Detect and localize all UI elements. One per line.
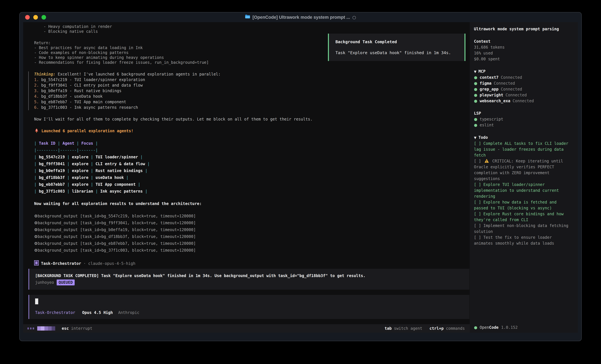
- gear-icon: ⚙: [34, 248, 38, 253]
- checkbox: [ ]: [474, 182, 483, 187]
- tool-calls-line: ⚙background_output [task_id=bg_eb87ebb7,…: [34, 240, 465, 247]
- tool-calls-line: ⚙background_output [task_id=bg_df18bb3f,…: [34, 233, 465, 240]
- app-content: - Heavy computation in render - Blocking…: [23, 22, 578, 333]
- checkbox: [ ]: [474, 223, 483, 228]
- mcp-list: ●context7Connected●figmaConnected●grep_a…: [474, 75, 571, 104]
- input-line[interactable]: [35, 298, 463, 306]
- active-agent-label[interactable]: Task-Orchestrator: [35, 310, 75, 315]
- todo-item: [ ] Complete ALL tasks to fix CLI loader…: [474, 141, 571, 158]
- mcp-item: ●websearch_exaConnected: [474, 98, 571, 104]
- active-model-label[interactable]: Opus 4.5 High: [82, 310, 113, 315]
- tool-output-tail: - Heavy computation in render - Blocking…: [34, 24, 465, 34]
- status-dot-icon: ●: [474, 87, 477, 92]
- lsp-heading: LSP: [474, 110, 571, 116]
- toast-body: Task "Explore useData hook" finished in …: [335, 50, 458, 55]
- queued-badge: QUEUED: [57, 279, 75, 285]
- todo-item: [ ] CRITICAL: Keep iterating until Oracl…: [474, 158, 571, 182]
- thinking-line: 5. bg_eb87ebb7 - TUI App main component: [34, 99, 465, 105]
- mcp-item: ●figmaConnected: [474, 80, 571, 86]
- arch-note-line: Now waiting for all exploration results …: [34, 201, 465, 206]
- thinking-line: 2. bg_f9ff3041 - CLI entry point and dat…: [34, 83, 465, 88]
- status-dot-icon: ●: [474, 75, 477, 80]
- status-dot-icon: ●: [474, 93, 477, 97]
- gear-icon: ⚙: [34, 241, 38, 246]
- shortcut-switch-agent[interactable]: tab switch agent: [385, 326, 422, 331]
- agent-attribution-line: Task-Orchestrator · claude-opus-4-5-high: [34, 260, 465, 266]
- progress-circle-icon: ○: [352, 15, 356, 20]
- rocket-icon: [34, 129, 39, 133]
- wait-note: Now I'll wait for all of them to complet…: [34, 117, 465, 122]
- thinking-line: 3. bg_b0effa19 - Rust native bindings: [34, 88, 465, 94]
- arch-note: Now waiting for all exploration results …: [34, 201, 465, 206]
- mcp-section: ▼MCP ●context7Connected●figmaConnected●g…: [474, 68, 571, 104]
- provider-label: Anthropic: [118, 310, 139, 315]
- announcement-line: Launched 6 parallel exploration agents!: [34, 128, 465, 134]
- chevron-down-icon: ▼: [474, 70, 476, 74]
- warning-icon: [483, 159, 492, 163]
- status-bar: esc interrupt tab switch agent ctrl+p co…: [23, 324, 470, 333]
- table-row: | bg_37f1c003 | librarian | Ink async pa…: [34, 188, 465, 195]
- lsp-item: ●typescript: [474, 116, 571, 122]
- prompt-input[interactable]: Task-Orchestrator Opus 4.5 High Anthropi…: [29, 295, 469, 319]
- desktop: [OpenCode] Ultrawork mode system prompt …: [0, 0, 601, 364]
- wait-note-line: Now I'll wait for all of them to complet…: [34, 117, 465, 122]
- todo-item: [ ] Explore TUI loader/spinner implement…: [474, 182, 571, 199]
- status-dot-icon: ●: [474, 117, 477, 122]
- todo-list: [ ] Complete ALL tasks to fix CLI loader…: [474, 141, 571, 246]
- shortcut-interrupt[interactable]: esc interrupt: [62, 326, 92, 331]
- lsp-list: ●typescript●eslint: [474, 116, 571, 128]
- todo-heading[interactable]: ▼Todo: [474, 134, 571, 141]
- table-row: | bg_df18bb3f | explore | useData hook |: [34, 174, 465, 181]
- shortcut-commands[interactable]: ctrl+p commands: [430, 326, 465, 331]
- todo-item: [ ] Implement non-blocking data fetching…: [474, 223, 571, 235]
- session-title: Ultrawork mode system prompt parsing: [474, 26, 571, 32]
- table-separator-row: |---------|-------|-------|: [34, 147, 465, 154]
- announcement: Launched 6 parallel exploration agents!: [34, 128, 465, 134]
- agent-attribution: Task-Orchestrator · claude-opus-4-5-high: [34, 260, 465, 266]
- thinking-line: 4. bg_df18bb3f - useData hook: [34, 94, 465, 99]
- checkbox: [ ]: [474, 235, 483, 240]
- folder-icon: [245, 15, 250, 20]
- tool-calls-line: ⚙background_output [task_id=bg_37f1c003,…: [34, 247, 465, 254]
- tool-calls-line: ⚙background_output [task_id=bg_5547c219,…: [34, 213, 465, 220]
- todo-section: ▼Todo [ ] Complete ALL tasks to fix CLI …: [474, 134, 571, 246]
- tool-output-tail-line: - Heavy computation in render: [34, 24, 465, 29]
- thinking-line: Thinking: Excellent! I've launched 6 bac…: [34, 71, 465, 77]
- window-title: [OpenCode] Ultrawork mode system prompt …: [20, 12, 581, 22]
- todo-item: [ ] Explore how data is fetched and pass…: [474, 199, 571, 211]
- context-heading: Context: [474, 38, 571, 44]
- message-meta: junhoyeoQUEUED: [35, 279, 463, 285]
- tool-calls-line: ⚙background_output [task_id=bg_b0effa19,…: [34, 226, 465, 233]
- background-task-text: [BACKGROUND TASK COMPLETED] Task "Explor…: [35, 273, 463, 278]
- status-dot-icon: ●: [474, 99, 477, 103]
- tool-calls-line: ⚙background_output [task_id=bg_f9ff3041,…: [34, 220, 465, 226]
- chat-pane: - Heavy computation in render - Blocking…: [23, 22, 470, 333]
- titlebar[interactable]: [OpenCode] Ultrawork mode system prompt …: [20, 12, 581, 22]
- notification-toast[interactable]: Background Task Completed Task "Explore …: [328, 34, 465, 61]
- checkbox: [ ]: [474, 200, 483, 204]
- todo-item: [ ] Explore Rust core bindings and how t…: [474, 211, 571, 223]
- thinking-line: 1. bg_5547c219 - TUI loader/spinner expl…: [34, 77, 465, 83]
- lsp-item: ●eslint: [474, 122, 571, 128]
- table-row: | bg_f9ff3041 | explore | CLI entry & da…: [34, 161, 465, 167]
- table-row: | bg_b0effa19 | explore | Rust native bi…: [34, 167, 465, 174]
- context-section: Context 31,686 tokens16% used$0.00 spent: [474, 38, 571, 62]
- agent-selector[interactable]: Task-Orchestrator Opus 4.5 High Anthropi…: [35, 310, 463, 316]
- mcp-heading[interactable]: ▼MCP: [474, 68, 571, 75]
- chevron-down-icon: ▼: [474, 136, 476, 140]
- sidebar: Ultrawork mode system prompt parsing Con…: [470, 22, 578, 333]
- context-stat: 16% used: [474, 50, 571, 56]
- table-row: | bg_5547c219 | explore | TUI loader/spi…: [34, 154, 465, 161]
- background-task-message: [BACKGROUND TASK COMPLETED] Task "Explor…: [29, 269, 469, 290]
- mcp-item: ●playwrightConnected: [474, 92, 571, 98]
- gear-icon: ⚙: [34, 234, 38, 239]
- checkbox: [ ]: [474, 212, 483, 216]
- todo-item: [ ] Test the fix to ensure loader animat…: [474, 235, 571, 246]
- mcp-item: ●grep_appConnected: [474, 86, 571, 92]
- status-dot-icon: ●: [474, 81, 477, 86]
- gear-icon: ⚙: [34, 221, 38, 225]
- status-dot-icon: ●: [474, 325, 477, 330]
- agent-icon: [34, 260, 39, 266]
- table-row: | bg_eb87ebb7 | explore | TUI App compon…: [34, 181, 465, 188]
- mcp-item: ●context7Connected: [474, 75, 571, 80]
